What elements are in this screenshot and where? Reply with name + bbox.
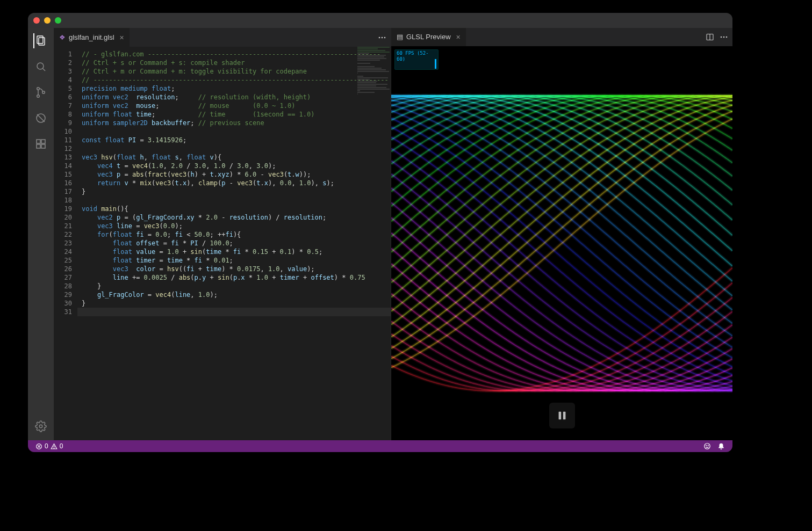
- search-icon[interactable]: [33, 59, 48, 74]
- shader-canvas: [391, 46, 732, 440]
- svg-rect-22: [563, 412, 565, 420]
- tab-label: GLSL Preview: [406, 33, 451, 41]
- debug-icon[interactable]: [33, 111, 48, 126]
- preview-pane: ▤ GLSL Preview ×: [391, 28, 732, 440]
- svg-point-19: [723, 37, 725, 38]
- fps-bar: [435, 59, 436, 69]
- notifications-icon[interactable]: [715, 442, 727, 450]
- svg-point-4: [37, 88, 40, 90]
- svg-point-30: [708, 445, 708, 446]
- svg-point-15: [384, 37, 386, 38]
- activity-bar: [28, 28, 54, 440]
- code-content[interactable]: // - glslfan.com -----------------------…: [77, 47, 391, 440]
- split-editor-icon[interactable]: [706, 33, 714, 41]
- minimap[interactable]: [356, 47, 391, 440]
- code-editor-pane: ❖ glslfan_init.glsl × 123456789101112131…: [54, 28, 391, 440]
- tab-glsl-preview[interactable]: ▤ GLSL Preview ×: [391, 28, 466, 46]
- tab-glslfan-init[interactable]: ❖ glslfan_init.glsl ×: [54, 28, 130, 47]
- close-tab-icon[interactable]: ×: [120, 33, 124, 42]
- title-bar[interactable]: [28, 13, 732, 28]
- warning-count: 0: [60, 442, 63, 450]
- error-count: 0: [45, 442, 48, 450]
- svg-point-5: [37, 95, 40, 98]
- svg-rect-9: [37, 144, 40, 148]
- more-actions-icon[interactable]: [378, 33, 386, 42]
- svg-rect-10: [41, 144, 45, 148]
- svg-rect-8: [37, 140, 40, 143]
- close-window-button[interactable]: [33, 17, 40, 24]
- close-tab-icon[interactable]: ×: [456, 33, 461, 41]
- svg-point-12: [39, 425, 42, 428]
- svg-point-18: [721, 37, 722, 38]
- pause-button[interactable]: [549, 403, 575, 428]
- status-bar: 0 0: [28, 440, 732, 452]
- zoom-window-button[interactable]: [55, 17, 61, 24]
- svg-point-14: [382, 37, 383, 38]
- shader-preview[interactable]: 60 FPS (52-60): [391, 46, 732, 440]
- window-controls: [33, 17, 61, 24]
- fps-text: 60 FPS (52-60): [397, 50, 436, 62]
- svg-point-27: [54, 448, 54, 448]
- tab-label: glslfan_init.glsl: [69, 33, 114, 41]
- file-icon: ❖: [59, 33, 66, 41]
- editor-group: ❖ glslfan_init.glsl × 123456789101112131…: [54, 28, 732, 440]
- svg-rect-1: [39, 38, 45, 45]
- explorer-icon[interactable]: [33, 33, 48, 48]
- svg-line-3: [43, 69, 46, 71]
- vscode-window: ❖ glslfan_init.glsl × 123456789101112131…: [28, 13, 732, 452]
- svg-point-6: [42, 91, 45, 94]
- svg-point-29: [706, 445, 707, 446]
- feedback-icon[interactable]: [701, 442, 713, 450]
- svg-rect-0: [37, 36, 43, 43]
- minimize-window-button[interactable]: [44, 17, 51, 24]
- svg-point-2: [37, 63, 44, 69]
- svg-rect-21: [558, 412, 561, 420]
- source-control-icon[interactable]: [33, 85, 48, 100]
- code-editor[interactable]: 1234567891011121314151617181920212223242…: [54, 47, 391, 440]
- settings-gear-icon[interactable]: [33, 419, 48, 434]
- more-actions-icon[interactable]: [720, 33, 728, 41]
- preview-icon: ▤: [397, 33, 403, 41]
- svg-point-20: [726, 37, 728, 38]
- line-number-gutter: 1234567891011121314151617181920212223242…: [54, 47, 77, 440]
- svg-point-28: [705, 443, 710, 449]
- preview-tabs: ▤ GLSL Preview ×: [391, 28, 732, 46]
- status-problems[interactable]: 0 0: [33, 442, 65, 450]
- extensions-icon[interactable]: [33, 136, 48, 151]
- svg-point-13: [379, 37, 380, 38]
- fps-overlay: 60 FPS (52-60): [394, 49, 439, 70]
- workbench: ❖ glslfan_init.glsl × 123456789101112131…: [28, 28, 732, 440]
- editor-tabs: ❖ glslfan_init.glsl ×: [54, 28, 391, 47]
- svg-rect-11: [41, 140, 45, 143]
